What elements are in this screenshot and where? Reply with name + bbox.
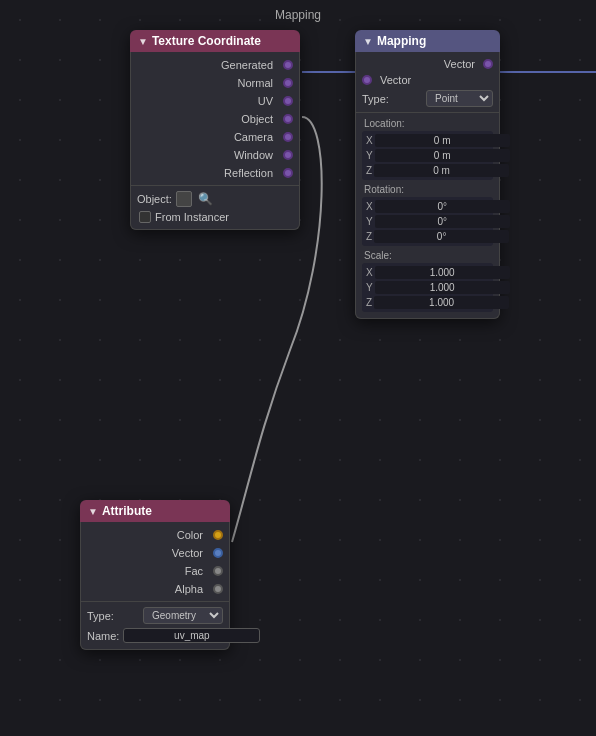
vector-socket[interactable]: [213, 548, 223, 558]
vector-output-label: Vector: [444, 58, 475, 70]
normal-socket[interactable]: [283, 78, 293, 88]
texture-coord-body: Generated Normal UV Object Camera Window: [130, 52, 300, 230]
location-y-row: Y: [362, 148, 493, 163]
scale-label: Scale:: [356, 248, 499, 263]
texture-coord-header[interactable]: ▼ Texture Coordinate: [130, 30, 300, 52]
fac-label: Fac: [87, 565, 209, 577]
from-instancer-label: From Instancer: [155, 211, 229, 223]
location-x-row: X: [362, 133, 493, 148]
location-z-input[interactable]: [374, 164, 509, 177]
camera-row: Camera: [131, 128, 299, 146]
attribute-name-label: Name:: [87, 630, 119, 642]
alpha-socket[interactable]: [213, 584, 223, 594]
color-socket[interactable]: [213, 530, 223, 540]
mapping-body: Vector Vector Type: Point Texture Vector…: [355, 52, 500, 319]
alpha-row: Alpha: [81, 580, 229, 598]
vector-output-row: Vector: [356, 56, 499, 72]
attribute-type-select[interactable]: Geometry Object Instancer View Layer: [143, 607, 223, 624]
rotation-x-label: X: [366, 201, 373, 212]
window-row: Window: [131, 146, 299, 164]
generated-row: Generated: [131, 56, 299, 74]
uv-label: UV: [137, 95, 279, 107]
scale-x-label: X: [366, 267, 373, 278]
location-xyz: X Y Z: [362, 131, 493, 180]
location-x-label: X: [366, 135, 373, 146]
vector-input-row: Vector: [356, 72, 499, 88]
mapping-header[interactable]: ▼ Mapping: [355, 30, 500, 52]
vector-input-socket[interactable]: [362, 75, 372, 85]
object-output-socket[interactable]: [283, 114, 293, 124]
divider-1: [131, 185, 299, 186]
vector-label: Vector: [87, 547, 209, 559]
location-label: Location:: [356, 116, 499, 131]
vector-section-label: Vector: [380, 74, 411, 86]
fac-row: Fac: [81, 562, 229, 580]
object-output-label: Object: [137, 113, 279, 125]
collapse-icon[interactable]: ▼: [138, 36, 148, 47]
attribute-node: ▼ Attribute Color Vector Fac Alpha Type:: [80, 500, 230, 650]
scale-z-input[interactable]: [374, 296, 509, 309]
location-z-row: Z: [362, 163, 493, 178]
attribute-type-label: Type:: [87, 610, 139, 622]
object-swatch[interactable]: [176, 191, 192, 207]
normal-row: Normal: [131, 74, 299, 92]
vector-output-socket[interactable]: [483, 59, 493, 69]
collapse-icon-attribute[interactable]: ▼: [88, 506, 98, 517]
location-y-input[interactable]: [375, 149, 510, 162]
rotation-z-row: Z: [362, 229, 493, 244]
window-socket[interactable]: [283, 150, 293, 160]
texture-coord-title: Texture Coordinate: [152, 34, 261, 48]
from-instancer-checkbox[interactable]: [139, 211, 151, 223]
scale-x-input[interactable]: [375, 266, 510, 279]
scale-y-label: Y: [366, 282, 373, 293]
window-label: Window: [137, 149, 279, 161]
rotation-y-row: Y: [362, 214, 493, 229]
attribute-title: Attribute: [102, 504, 152, 518]
rotation-xyz: X Y Z: [362, 197, 493, 246]
rotation-label: Rotation:: [356, 182, 499, 197]
object-field-label: Object:: [137, 193, 172, 205]
camera-label: Camera: [137, 131, 279, 143]
attribute-name-row: Name:: [81, 626, 229, 645]
attribute-header[interactable]: ▼ Attribute: [80, 500, 230, 522]
camera-socket[interactable]: [283, 132, 293, 142]
type-select[interactable]: Point Texture Vector Normal: [426, 90, 493, 107]
reflection-socket[interactable]: [283, 168, 293, 178]
color-row: Color: [81, 526, 229, 544]
scale-y-input[interactable]: [375, 281, 510, 294]
type-row: Type: Point Texture Vector Normal: [356, 88, 499, 109]
reflection-label: Reflection: [137, 167, 279, 179]
reflection-row: Reflection: [131, 164, 299, 182]
scale-y-row: Y: [362, 280, 493, 295]
attribute-divider-1: [81, 601, 229, 602]
rotation-x-input[interactable]: [375, 200, 510, 213]
uv-row: UV: [131, 92, 299, 110]
attribute-name-input[interactable]: [123, 628, 260, 643]
generated-socket[interactable]: [283, 60, 293, 70]
rotation-y-label: Y: [366, 216, 373, 227]
mapping-divider-1: [356, 112, 499, 113]
rotation-z-label: Z: [366, 231, 372, 242]
attribute-type-row: Type: Geometry Object Instancer View Lay…: [81, 605, 229, 626]
rotation-x-row: X: [362, 199, 493, 214]
attribute-body: Color Vector Fac Alpha Type: Geometry Ob…: [80, 522, 230, 650]
vector-row: Vector: [81, 544, 229, 562]
fac-socket[interactable]: [213, 566, 223, 576]
location-z-label: Z: [366, 165, 372, 176]
uv-socket[interactable]: [283, 96, 293, 106]
type-label: Type:: [362, 93, 422, 105]
rotation-y-input[interactable]: [375, 215, 510, 228]
eyedropper-button[interactable]: 🔍: [196, 192, 215, 206]
rotation-z-input[interactable]: [374, 230, 509, 243]
object-output-row: Object: [131, 110, 299, 128]
generated-label: Generated: [137, 59, 279, 71]
page-title: Mapping: [275, 8, 321, 22]
location-x-input[interactable]: [375, 134, 510, 147]
collapse-icon-mapping[interactable]: ▼: [363, 36, 373, 47]
color-label: Color: [87, 529, 209, 541]
mapping-title: Mapping: [377, 34, 426, 48]
scale-xyz: X Y Z: [362, 263, 493, 312]
texture-coordinate-node: ▼ Texture Coordinate Generated Normal UV…: [130, 30, 300, 230]
normal-label: Normal: [137, 77, 279, 89]
mapping-node: ▼ Mapping Vector Vector Type: Point Text…: [355, 30, 500, 319]
